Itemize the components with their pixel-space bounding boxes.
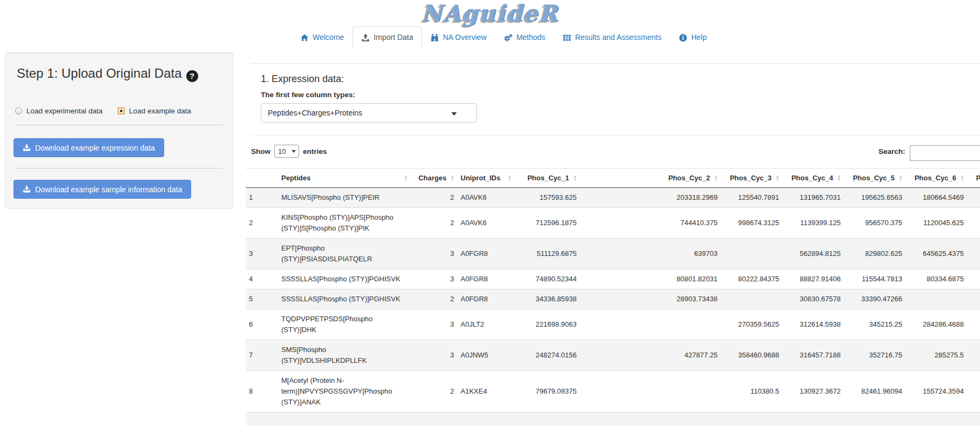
- table-cell: 88827.91406: [782, 269, 844, 289]
- column-header-label: Phos_Cyc_5: [853, 174, 895, 182]
- radio-button[interactable]: [15, 107, 22, 114]
- tab-import-data[interactable]: Import Data: [353, 26, 422, 49]
- table-cell: [967, 239, 980, 269]
- page-length-control: Show 10 entries: [251, 145, 327, 158]
- column-header-phos-cyc-7[interactable]: Phos_Cyc_7: [967, 168, 980, 188]
- table-cell: 285275.5: [905, 340, 967, 371]
- table-body: 1MLISAVS[Phospho (STY)]PEIR2A0AVK6157593…: [246, 188, 980, 426]
- table-cell: 131965.7031: [782, 188, 844, 208]
- table-cell: 125540.7891: [721, 188, 782, 208]
- column-types-selected-value: Peptides+Charges+Proteins: [268, 109, 362, 117]
- table-cell: SSSSLLAS[Phospho (STY)]PGHISVK: [278, 289, 411, 309]
- table-cell: 2: [411, 188, 457, 208]
- radio-label: Load experimental data: [26, 107, 103, 115]
- tab-help[interactable]: Help: [670, 26, 715, 49]
- table-cell: 316457.7188: [782, 340, 844, 371]
- download-expression-button[interactable]: Download example expression data: [13, 138, 164, 157]
- table-cell: [905, 289, 967, 309]
- upload-icon: [361, 33, 370, 42]
- radio-option-load-example-data: Load example data: [118, 107, 191, 115]
- info-icon: [679, 33, 687, 42]
- tab-methods[interactable]: Methods: [495, 26, 554, 49]
- table-cell: A0JLT2: [457, 309, 515, 340]
- table-cell: A0AVK6: [457, 188, 515, 208]
- table-cell: 1120045.625: [905, 208, 967, 239]
- table-cell: 358460.9688: [721, 340, 782, 371]
- table-cell: 80222.84375: [721, 269, 782, 289]
- table-cell: TQDPVPPETPSDS[Phospho (STY)]DHK: [278, 309, 411, 340]
- table-cell: 2: [411, 289, 457, 309]
- expression-data-table: PeptidesChargesUniprot_IDsPhos_Cyc_1Phos…: [246, 168, 980, 425]
- table-cell: SMS[Phospho (STY)]VDLSHIPLKDPLLFK: [278, 340, 411, 371]
- tab-results-and-assessments[interactable]: Results and Assessments: [554, 26, 670, 49]
- table-cell: 221698.9063: [515, 309, 580, 340]
- sort-icon: [714, 174, 718, 181]
- table-cell: 130927.3672: [782, 371, 844, 413]
- column-header-0: [246, 168, 278, 188]
- column-header-phos-cyc-2[interactable]: Phos_Cyc_2: [580, 168, 721, 188]
- table-cell: 113495.2891: [967, 371, 980, 413]
- expression-data-table-wrapper: PeptidesChargesUniprot_IDsPhos_Cyc_1Phos…: [246, 168, 980, 425]
- tab-welcome[interactable]: Welcome: [292, 26, 353, 49]
- table-cell: MLISAVS[Phospho (STY)]PEIR: [278, 188, 411, 208]
- search-input[interactable]: [910, 145, 980, 161]
- column-header-label: Phos_Cyc_4: [792, 174, 833, 182]
- page-length-value: 10: [278, 147, 286, 156]
- table-cell: 248274.0156: [515, 340, 580, 371]
- column-header-phos-cyc-5[interactable]: Phos_Cyc_5: [844, 168, 905, 188]
- column-header-label: Uniprot_IDs: [461, 174, 501, 182]
- download-icon: [23, 185, 31, 193]
- tab-label: Methods: [516, 32, 545, 43]
- column-header-label: Phos_Cyc_3: [730, 174, 772, 182]
- table-cell: 2: [411, 371, 457, 413]
- column-header-phos-cyc-4[interactable]: Phos_Cyc_4: [782, 168, 844, 188]
- table-cell: KINS[Phospho (STY)]APS[Phospho (STY)]S[P…: [278, 208, 411, 239]
- table-cell: [580, 309, 721, 340]
- download-sample-info-button[interactable]: Download example sample information data: [13, 180, 191, 199]
- table-cell: 8: [246, 371, 278, 413]
- column-header-peptides[interactable]: Peptides: [278, 168, 411, 188]
- column-types-label: The first few column types:: [261, 91, 355, 99]
- expression-data-title: 1. Expression data:: [261, 73, 344, 85]
- tab-na-overview[interactable]: NA Overview: [422, 26, 495, 49]
- divider: [16, 125, 222, 125]
- column-header-charges[interactable]: Charges: [411, 168, 457, 188]
- column-header-uniprot-ids[interactable]: Uniprot_IDs: [457, 168, 515, 188]
- table-cell: 829802.625: [844, 239, 905, 269]
- table-cell: 1139399.125: [782, 208, 844, 239]
- table-cell: 312614.5938: [782, 309, 844, 340]
- radio-button[interactable]: [118, 107, 125, 114]
- table-cell: 860231.875: [967, 208, 980, 239]
- download-sample-info-label: Download example sample information data: [35, 185, 182, 194]
- sort-icon: [837, 174, 841, 181]
- table-cell: 80562.07031: [967, 269, 980, 289]
- column-header-phos-cyc-1[interactable]: Phos_Cyc_1: [515, 168, 580, 188]
- table-cell: A0AVK6: [457, 208, 515, 239]
- column-header-label: Peptides: [281, 174, 310, 182]
- table-cell: 2: [411, 208, 457, 239]
- tab-label: NA Overview: [443, 32, 486, 43]
- table-row: 4SSSSLLAS[Phospho (STY)]PGHISVK3A0FGR874…: [246, 269, 980, 289]
- table-cell: 82461.96094: [844, 371, 905, 413]
- app-logo-text: NAguideR: [422, 0, 559, 26]
- table-cell: A0FGR8: [457, 269, 515, 289]
- table-cell: 115544.7813: [844, 269, 905, 289]
- radio-option-load-experimental-data: Load experimental data: [15, 107, 103, 115]
- question-circle-icon[interactable]: [186, 70, 198, 82]
- table-cell: 155724.3594: [905, 371, 967, 413]
- table-cell: 352716.75: [844, 340, 905, 371]
- column-header-label: Phos_Cyc_6: [915, 174, 956, 182]
- column-types-select[interactable]: Peptides+Charges+Proteins: [261, 103, 477, 123]
- app-logo: NAguideR: [0, 0, 980, 26]
- column-header-label: Phos_Cyc_7: [976, 174, 980, 182]
- table-cell: 110380.5: [721, 371, 782, 413]
- table-cell: A1KXE4: [457, 371, 515, 413]
- column-header-phos-cyc-6[interactable]: Phos_Cyc_6: [905, 168, 967, 188]
- table-cell: 284286.4688: [905, 309, 967, 340]
- table-cell: 30830.67578: [782, 289, 844, 309]
- column-header-phos-cyc-3[interactable]: Phos_Cyc_3: [721, 168, 782, 188]
- table-row: 2KINS[Phospho (STY)]APS[Phospho (STY)]S[…: [246, 208, 980, 239]
- table-cell: 203318.2969: [580, 188, 721, 208]
- table-cell: 2: [246, 208, 278, 239]
- page-length-select[interactable]: 10: [274, 145, 299, 158]
